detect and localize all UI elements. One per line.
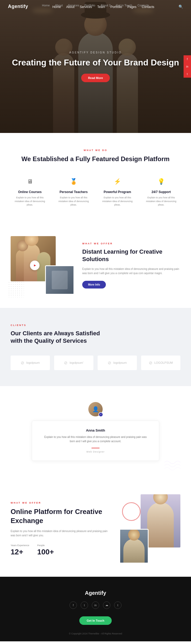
testimonial-text: Explain to you how all this mistaken ide… [43,435,148,444]
client-logo-2: ⊘ logolpsum' [54,356,93,370]
avatar-badge: ✓ [98,412,103,417]
platform-section: WHAT WE OFFER Online Platform for Creati… [0,481,191,577]
distant-content: WHAT WE OFFER Distant Learning for Creat… [82,242,180,288]
feature-title-3: Powerful Program [101,190,134,194]
footer-nav-about[interactable]: About [55,4,63,7]
footer-nav-portfolio[interactable]: Portfolio [85,4,95,7]
stat-experience-value: 12+ [11,548,29,556]
feature-powerful-program: ⚡ Powerful Program Explain to you how al… [98,174,137,210]
client-logo-icon-2: ⊘ [64,360,67,365]
what-we-do-tag: WHAT WE DO [11,149,180,152]
wave-decoration [164,460,183,473]
clients-tag: CLIENTS [11,324,180,327]
footer-nav-services[interactable]: Services [68,4,79,7]
avatar-initials: 👤 [92,406,99,412]
testimonial-role: Web Designer [43,450,148,453]
online-courses-icon: 🖥 [25,176,35,187]
hero-title: Creating the Future of Your Brand Design [12,57,179,68]
feature-desc-2: Explain to you how all this mistaken ide… [57,196,90,207]
testimonial-divider [92,448,99,448]
stat-experience-label: Years Experience [11,544,29,547]
clients-logos-grid: ⊘ logolpsum ⊘ logolpsum' ⊘ logolpsum ⊘ L… [11,356,180,370]
client-logo-4: ⊘ LOGOLPSUM [141,356,180,370]
hero-read-more-button[interactable]: Read More [81,74,110,82]
stat-people-value: 100+ [37,548,54,556]
client-logo-text-2: logolpsum' [70,361,83,364]
features-grid: 🖥 Online Courses Explain to you how all … [11,174,180,210]
distant-desc: Explain to you how all this mistaken ide… [82,267,180,275]
testimonial-section: 👤 ✓ Anna Smith Explain to you how all th… [0,386,191,481]
platform-stats: Years Experience 12+ People 100+ [11,544,111,556]
footer-nav: Home About Services Portfolio About 2 Ge… [0,0,191,11]
footer-nav-home[interactable]: Home [42,4,50,7]
what-we-do-section: WHAT WE DO We Established a Fully Featur… [0,133,191,223]
personal-teachers-icon: 🏅 [68,176,79,187]
feature-247-support: 💡 24/7 Support Explain to you how all th… [142,174,180,210]
stat-experience: Years Experience 12+ [11,544,29,556]
client-logo-3: ⊘ logolpsum [98,356,137,370]
circle-decoration [122,502,141,521]
feature-title-1: Online Courses [13,190,46,194]
footer: Agentify f t in ☁ t Home About Services … [0,577,191,641]
social-sidebar: f in t [184,55,191,78]
footer-socials: f t in ☁ t [11,601,180,609]
client-logo-1: ⊘ logolpsum [11,356,50,370]
testimonial-box: Anna Smith Explain to you how all this m… [32,421,159,461]
client-logo-text-4: LOGOLPSUM [154,361,173,364]
play-button[interactable] [30,261,40,270]
footer-nav-about2[interactable]: About 2 [101,4,111,7]
platform-title: Online Platform for Creative Exchange [11,507,111,525]
feature-desc-3: Explain to you how all this mistaken ide… [101,196,134,207]
platform-tag: WHAT WE OFFER [11,501,111,504]
feature-desc-1: Explain to you how all this mistaken ide… [13,196,46,207]
feature-online-courses: 🖥 Online Courses Explain to you how all … [11,174,49,210]
social-icon-3[interactable]: t [184,70,191,78]
distant-learning-section: WHAT WE OFFER Distant Learning for Creat… [0,223,191,308]
stat-people: People 100+ [37,544,54,556]
stat-people-label: People [37,544,54,547]
dots-decoration [8,281,24,297]
platform-content: WHAT WE OFFER Online Platform for Creati… [11,501,111,556]
testimonial-avatar: 👤 ✓ [88,402,103,416]
platform-desc: Explain to you how all this mistaken ide… [11,529,111,538]
footer-social-cloud[interactable]: ☁ [103,601,110,609]
platform-images [119,494,180,563]
what-we-do-title: We Established a Fully Featured Design P… [11,155,180,163]
client-logo-icon-3: ⊘ [108,360,111,365]
hero-content: AGENTIFY DESIGN STUDIO Creating the Futu… [7,46,184,87]
footer-cta-button[interactable]: Get In Touch [79,616,112,625]
distant-more-info-button[interactable]: More Info [82,281,106,288]
client-logo-icon-4: ⊘ [149,360,152,365]
feature-title-4: 24/7 Support [145,190,178,194]
client-logo-text-1: logolpsum [26,361,40,364]
platform-secondary-image [119,529,149,563]
footer-social-tumblr[interactable]: t [114,601,121,609]
footer-social-twitter[interactable]: t [81,601,88,609]
clients-title: Our Clients are Always Satisfied with th… [11,330,103,345]
feature-desc-4: Explain to you how all this mistaken ide… [145,196,178,207]
footer-nav-contacts[interactable]: Contacts [137,4,149,7]
support-icon: 💡 [156,176,167,187]
footer-social-instagram[interactable]: in [92,601,99,609]
footer-logo: Agentify [11,590,180,596]
distant-title: Distant Learning for Creative Solutions [82,248,180,263]
social-icon-2[interactable]: in [184,63,191,70]
client-logo-icon-1: ⊘ [21,360,24,365]
distant-tag: WHAT WE OFFER [82,242,180,245]
distant-images [11,236,74,295]
feature-personal-teachers: 🏅 Personal Teachers Explain to you how a… [54,174,93,210]
feature-title-2: Personal Teachers [57,190,90,194]
footer-copyright: © Copyright 2024 Themelike - All Rights … [11,632,180,635]
testimonial-name: Anna Smith [43,428,148,432]
footer-nav-get-in-touch[interactable]: Get in Touch [116,4,132,7]
hero-subtitle: AGENTIFY DESIGN STUDIO [12,51,179,54]
clients-section: CLIENTS Our Clients are Always Satisfied… [0,308,191,386]
distant-secondary-image [45,265,74,295]
footer-social-facebook[interactable]: f [70,601,77,609]
hero-section: AGENTIFY DESIGN STUDIO Creating the Futu… [0,0,191,133]
powerful-program-icon: ⚡ [112,176,123,187]
social-icon-1[interactable]: f [184,55,191,63]
client-logo-text-3: logolpsum [113,361,127,364]
